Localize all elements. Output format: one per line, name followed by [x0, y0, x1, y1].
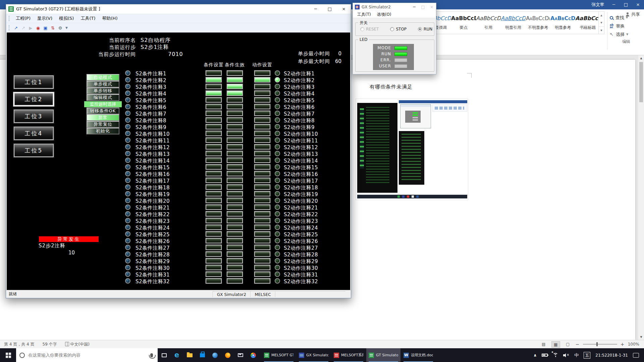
- wifi-icon[interactable]: *: [553, 353, 558, 357]
- mode-button[interactable]: 自动模式: [87, 74, 119, 81]
- web-layout-button[interactable]: ▢: [564, 341, 572, 348]
- gx-titlebar[interactable]: GX Simulator2 ─ □ ×: [353, 3, 436, 11]
- zoom-slider-handle[interactable]: [596, 342, 598, 346]
- resize-grip[interactable]: [345, 290, 351, 298]
- simulate-stop-icon[interactable]: ◉: [35, 24, 42, 32]
- station-button[interactable]: 工位5: [14, 144, 54, 157]
- gt-menu-item[interactable]: 工程(P): [12, 14, 34, 22]
- gt-menu-item[interactable]: 显示(V): [34, 14, 56, 22]
- simulate-start-icon[interactable]: ▶: [27, 24, 34, 32]
- taskbar-window-button[interactable]: GT Simulator3 (G...: [366, 348, 400, 362]
- device-monitor-icon[interactable]: ▣: [42, 24, 49, 32]
- toolbar-overflow-icon[interactable]: ▼: [65, 26, 68, 29]
- word-close-button[interactable]: ×: [632, 0, 644, 9]
- style-gallery-scroll[interactable]: ▲ ▼ ▼: [599, 11, 604, 34]
- volume-muted-icon[interactable]: ×: [563, 353, 569, 357]
- document-scrollbar[interactable]: ▲ ▼: [638, 55, 644, 340]
- style-item[interactable]: AaBbCcD.明显引用: [501, 13, 526, 33]
- language-status[interactable]: 中文(中国): [65, 342, 90, 347]
- gx-maximize-button[interactable]: □: [419, 5, 427, 9]
- scroll-up-icon[interactable]: ▲: [638, 55, 644, 61]
- gt-maximize-button[interactable]: □: [323, 4, 337, 14]
- zoom-slider[interactable]: [583, 344, 617, 345]
- gt-menu-item[interactable]: 帮助(H): [99, 14, 121, 22]
- gallery-up-icon[interactable]: ▲: [599, 12, 604, 19]
- find-button[interactable]: 查找 ▼: [610, 13, 643, 22]
- style-item[interactable]: AaBbCcDi明显参考: [550, 13, 575, 33]
- embedded-screenshot[interactable]: [356, 99, 468, 200]
- browser-icon[interactable]: [209, 348, 221, 362]
- gt-menu-item[interactable]: 模拟(S): [56, 14, 77, 22]
- tray-expand-icon[interactable]: ∧: [534, 353, 537, 358]
- gt-close-button[interactable]: ×: [337, 4, 351, 14]
- file-explorer-icon[interactable]: [183, 348, 196, 362]
- radio-stop[interactable]: STOP: [390, 27, 407, 32]
- word-maximize-button[interactable]: □: [620, 0, 632, 9]
- start-button[interactable]: [0, 348, 16, 362]
- gt-menu-item[interactable]: 工具(T): [77, 14, 99, 22]
- gallery-more-icon[interactable]: ▼: [599, 26, 604, 34]
- word-user-name[interactable]: 张文苹: [591, 0, 604, 9]
- taskbar-window-button[interactable]: 说明文档.docx - ...: [401, 348, 435, 362]
- zoom-level[interactable]: 100%: [628, 342, 639, 347]
- mode-button[interactable]: 监控超时选择: [84, 101, 122, 107]
- station-button[interactable]: 工位3: [14, 110, 54, 123]
- read-mode-button[interactable]: ▤: [539, 341, 548, 348]
- task-view-icon[interactable]: [158, 348, 170, 362]
- mode-button[interactable]: 编辑模式: [87, 94, 119, 101]
- mode-button[interactable]: 异常: [87, 114, 119, 121]
- microphone-icon[interactable]: [150, 353, 153, 357]
- station-button[interactable]: 工位2: [14, 93, 54, 106]
- radio-run[interactable]: RUN: [418, 27, 432, 32]
- firefox-icon[interactable]: [221, 348, 234, 362]
- gx-menu-item[interactable]: 选项(O): [374, 12, 394, 17]
- print-layout-button[interactable]: ▦: [551, 341, 560, 348]
- word-count[interactable]: 59 个字: [43, 342, 57, 347]
- radio-reset[interactable]: RESET: [360, 27, 379, 32]
- scroll-down-icon[interactable]: ▼: [638, 334, 644, 340]
- select-button[interactable]: ↖ 选择 ▼: [610, 30, 643, 39]
- scrollbar-thumb[interactable]: [639, 62, 643, 102]
- search-input[interactable]: [28, 353, 150, 358]
- replace-button[interactable]: abac 替换: [610, 22, 643, 30]
- station-button[interactable]: 工位1: [14, 75, 54, 89]
- action-center-icon[interactable]: [633, 353, 639, 358]
- gx-close-button[interactable]: ×: [427, 5, 436, 9]
- taskbar-window-button[interactable]: MELSOFT系列 GX...: [331, 348, 366, 362]
- style-item[interactable]: AaBbCcD书籍标题: [575, 13, 599, 33]
- zoom-in-button[interactable]: +: [621, 342, 625, 347]
- taskbar-window-button[interactable]: GX Simulator2: [297, 348, 331, 362]
- taskbar-window-button[interactable]: MELSOFT GT Des...: [262, 348, 296, 362]
- mode-button[interactable]: 异常复位: [87, 121, 119, 128]
- option-setting-icon[interactable]: ⚙: [57, 24, 64, 32]
- style-item[interactable]: AaBbCcD引用: [476, 13, 501, 33]
- gallery-down-icon[interactable]: ▼: [599, 19, 604, 26]
- gt-minimize-button[interactable]: ─: [309, 4, 323, 14]
- station-button[interactable]: 工位4: [14, 127, 54, 140]
- condition-led: [125, 211, 130, 217]
- project-open-icon[interactable]: ↗: [12, 24, 19, 32]
- project-open-disabled-icon[interactable]: ↗: [20, 24, 27, 32]
- chrome-icon[interactable]: [247, 348, 260, 362]
- style-item[interactable]: AaBbCcD要点: [451, 13, 476, 33]
- gx-menu-item[interactable]: 工具(T): [354, 12, 374, 17]
- clock[interactable]: 21:522018-1-31: [595, 353, 628, 358]
- word-minimize-button[interactable]: ─: [608, 0, 620, 9]
- store-icon[interactable]: [196, 348, 209, 362]
- ime-mode-indicator[interactable]: 五: [584, 352, 590, 359]
- gx-minimize-button[interactable]: ─: [410, 5, 419, 9]
- mode-button[interactable]: 转移条件OK: [87, 108, 119, 114]
- edge-icon[interactable]: e: [170, 348, 183, 362]
- taskbar-search[interactable]: [16, 348, 158, 362]
- mode-button[interactable]: 初始化: [87, 128, 119, 134]
- mode-button[interactable]: 单步模式: [87, 81, 119, 87]
- mode-button[interactable]: 单步转移: [87, 87, 119, 94]
- style-item[interactable]: AaBbCcDi不明显参考: [526, 13, 550, 33]
- mail-icon[interactable]: [234, 348, 247, 362]
- page-count[interactable]: 第 4 页，共 4 页: [4, 342, 35, 347]
- gt-titlebar[interactable]: GT Simulator3 (GT27) [工程标题未设置 ] ─ □ ×: [6, 4, 351, 14]
- battery-icon[interactable]: [542, 354, 548, 357]
- rw-device-icon[interactable]: ⇅: [49, 24, 56, 32]
- ime-language-indicator[interactable]: 中: [574, 352, 579, 358]
- zoom-out-button[interactable]: −: [576, 342, 580, 347]
